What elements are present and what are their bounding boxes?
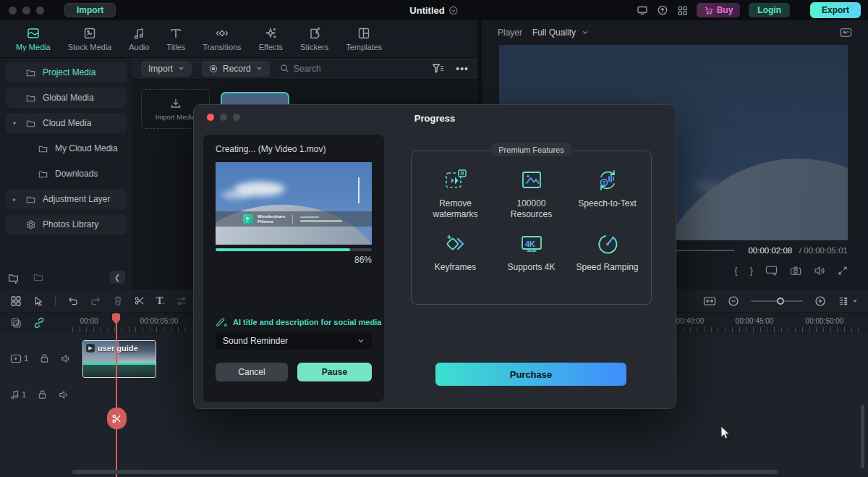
fit-timeline-icon[interactable] xyxy=(703,296,716,306)
display-output-icon[interactable] xyxy=(765,265,778,276)
sidebar-item-global-media[interactable]: ▾ Global Media xyxy=(6,88,127,108)
mark-in-icon[interactable]: { xyxy=(734,265,737,276)
link-clips-icon[interactable] xyxy=(33,317,45,329)
import-button[interactable]: Import xyxy=(64,3,116,17)
mute-track-icon[interactable] xyxy=(61,354,72,363)
mark-out-icon[interactable]: } xyxy=(750,265,753,276)
window-traffic-lights[interactable] xyxy=(9,7,44,14)
tab-my-media[interactable]: My Media xyxy=(10,26,56,51)
buy-button[interactable]: Buy xyxy=(697,3,741,17)
export-button[interactable]: Export xyxy=(810,2,861,18)
keyframes-icon xyxy=(443,231,469,257)
save-status-icon[interactable] xyxy=(449,6,459,15)
zoom-in-icon[interactable] xyxy=(814,295,826,307)
media-import-dropdown[interactable]: Import xyxy=(141,61,192,77)
duplicate-clip-icon[interactable] xyxy=(10,317,22,329)
zoom-out-icon[interactable] xyxy=(728,295,739,307)
tab-label: Audio xyxy=(129,43,149,51)
filter-icon[interactable] xyxy=(432,63,444,74)
timeline-horizontal-scrollbar[interactable] xyxy=(72,470,778,474)
search-box[interactable] xyxy=(280,64,422,74)
filmora-logo-icon xyxy=(243,214,253,224)
creating-label: Creating... (My Video 1.mov) xyxy=(216,144,326,154)
sound-reminder-dropdown[interactable]: Sound Reminder xyxy=(216,332,372,350)
playhead-line[interactable] xyxy=(116,313,117,477)
playhead-split-button[interactable] xyxy=(107,408,127,429)
fullscreen-icon[interactable] xyxy=(838,266,848,276)
scope-monitor-icon[interactable] xyxy=(840,28,852,38)
audio-track-number: 1 xyxy=(22,390,26,399)
pause-button[interactable]: Pause xyxy=(297,363,372,381)
collapse-sidebar-button[interactable]: ❮ xyxy=(109,271,125,284)
timeline-zoom-slider[interactable] xyxy=(751,300,803,302)
cloud-sync-icon[interactable] xyxy=(657,4,668,16)
tab-titles[interactable]: Titles xyxy=(161,26,191,51)
export-progress-percent: 86% xyxy=(354,255,372,265)
tab-label: Stickers xyxy=(300,43,328,51)
sidebar-item-label: Photos Library xyxy=(43,219,98,229)
cancel-button[interactable]: Cancel xyxy=(216,363,288,381)
purchase-button[interactable]: Purchase xyxy=(435,363,626,386)
tab-templates[interactable]: Templates xyxy=(340,26,388,51)
templates-icon xyxy=(357,26,371,41)
chevron-down-icon xyxy=(178,65,184,72)
mute-speaker-icon[interactable] xyxy=(814,266,825,276)
record-dropdown[interactable]: Record xyxy=(202,61,270,77)
workspace-grid-icon[interactable] xyxy=(677,5,688,16)
ai-title-option[interactable]: AI AI title and description for social m… xyxy=(216,317,381,327)
quality-dropdown[interactable]: Full Quality xyxy=(532,28,589,38)
media-browser-icon[interactable] xyxy=(10,295,22,307)
folder-icon xyxy=(38,169,48,180)
search-input[interactable] xyxy=(294,64,380,74)
device-monitor-icon[interactable] xyxy=(637,4,648,16)
sidebar-item-my-cloud-media[interactable]: My Cloud Media xyxy=(6,138,127,159)
import-tile-label: Import Media xyxy=(156,113,195,121)
sidebar-item-adjustment-layer[interactable]: ▸ Adjustment Layer xyxy=(6,189,127,209)
caret-right-icon[interactable]: ▸ xyxy=(13,196,19,203)
tab-audio[interactable]: Audio xyxy=(123,26,155,51)
sidebar-item-photos-library[interactable]: ▾ Photos Library xyxy=(6,214,127,235)
lock-track-icon[interactable] xyxy=(40,353,49,363)
clip-label: user guide xyxy=(98,344,138,353)
tab-stickers[interactable]: Stickers xyxy=(294,26,334,51)
track-manager-icon xyxy=(838,296,848,307)
undo-icon[interactable] xyxy=(67,295,79,306)
feature-remove-watermarks: Remove watermarks xyxy=(417,167,493,231)
track-manager-dropdown[interactable] xyxy=(838,296,858,307)
sidebar-item-downloads[interactable]: Downloads xyxy=(6,164,127,184)
timeline-clip-user-guide[interactable]: ▶ user guide xyxy=(82,340,156,378)
split-scissors-icon[interactable] xyxy=(134,295,145,306)
feature-label: 100000 Resources xyxy=(498,198,565,220)
new-folder-icon[interactable] xyxy=(7,271,20,284)
snapshot-camera-icon[interactable] xyxy=(790,266,801,276)
folder-icon xyxy=(25,118,36,129)
text-tool-icon[interactable]: T. xyxy=(156,295,165,307)
sidebar-item-cloud-media[interactable]: ▾ Cloud Media xyxy=(6,113,127,133)
my-media-icon xyxy=(26,26,41,41)
timeline-vertical-scrollbar[interactable] xyxy=(861,405,864,468)
lock-track-icon[interactable] xyxy=(38,389,47,400)
zoom-slider-handle[interactable] xyxy=(777,297,784,305)
caret-down-icon[interactable]: ▾ xyxy=(13,120,19,127)
export-progress-card: Creating... (My Video 1.mov) Wondershare… xyxy=(203,135,384,402)
watermark-fine-print xyxy=(300,216,342,222)
redo-icon[interactable] xyxy=(90,295,102,306)
tab-effects[interactable]: Effects xyxy=(253,26,289,51)
export-preview-thumbnail: WondershareFilmora xyxy=(216,162,372,245)
import-download-icon xyxy=(169,97,182,110)
svg-text:4K: 4K xyxy=(525,239,535,248)
timecode-separator: / xyxy=(799,246,801,255)
import-button-label: Import xyxy=(77,5,103,15)
delete-folder-icon[interactable] xyxy=(33,271,44,283)
sidebar-item-project-media[interactable]: ▾ Project Media xyxy=(6,62,127,83)
select-tool-icon[interactable] xyxy=(33,295,44,307)
tab-stock-media[interactable]: Stock Media xyxy=(62,26,118,51)
mute-track-icon[interactable] xyxy=(59,390,69,400)
tab-transitions[interactable]: Transitions xyxy=(197,26,247,51)
delete-icon[interactable] xyxy=(113,295,123,306)
login-button[interactable]: Login xyxy=(749,3,790,17)
feature-label: Speech-to-Text xyxy=(578,198,637,209)
sidebar-item-label: Global Media xyxy=(43,93,94,103)
more-options-icon[interactable]: ••• xyxy=(456,63,469,75)
adjust-properties-icon[interactable] xyxy=(176,296,187,306)
